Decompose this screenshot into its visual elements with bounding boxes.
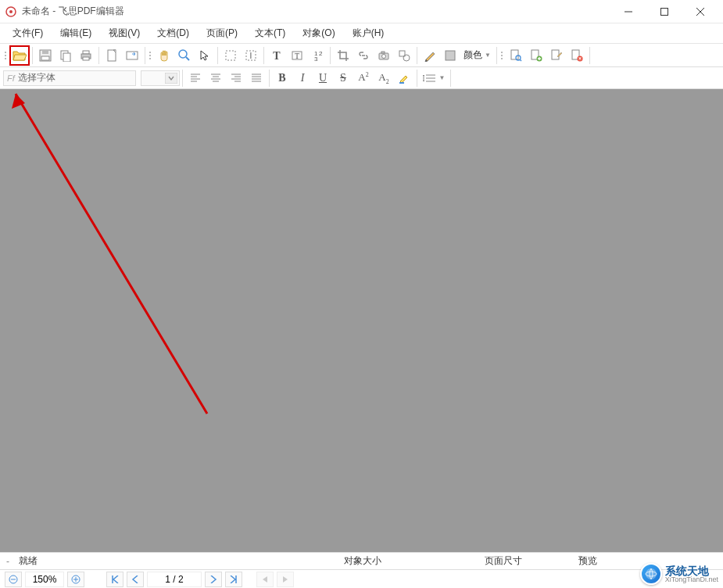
underline-button[interactable]: U — [313, 68, 333, 88]
watermark-globe-icon — [640, 563, 662, 585]
svg-text:3: 3 — [314, 56, 318, 62]
svg-rect-3 — [661, 8, 668, 15]
toolbar-grip[interactable] — [3, 47, 9, 64]
svg-rect-58 — [399, 82, 404, 84]
link-button[interactable] — [353, 45, 374, 66]
print-button[interactable] — [76, 45, 96, 66]
app-icon — [5, 5, 17, 18]
font-placeholder: 选择字体 — [18, 71, 55, 84]
menu-object[interactable]: 对象(O) — [295, 24, 342, 42]
highlight-button[interactable] — [394, 68, 414, 88]
menu-file[interactable]: 文件(F) — [5, 24, 51, 42]
titlebar: 未命名 - 飞思PDF编辑器 — [0, 0, 723, 23]
pen-button[interactable] — [420, 45, 440, 66]
font-indicator-icon: Ff — [7, 74, 15, 83]
nav-back-button[interactable] — [256, 572, 274, 587]
svg-point-28 — [382, 54, 386, 58]
zoom-in-button[interactable] — [67, 572, 84, 587]
status-page-size: 页面尺寸 — [485, 554, 522, 568]
pointer-tool-button[interactable] — [195, 45, 215, 66]
svg-point-16 — [179, 50, 187, 58]
toolbar-grip[interactable] — [148, 47, 154, 64]
align-left-button[interactable] — [185, 68, 206, 88]
edit-text-button[interactable]: I — [241, 45, 261, 66]
svg-rect-15 — [127, 52, 138, 59]
page-landscape-button[interactable] — [122, 45, 142, 66]
maximize-button[interactable] — [646, 0, 682, 23]
text-spacing-button[interactable]: 123 — [307, 45, 327, 66]
line-spacing-button[interactable]: ▼ — [420, 68, 448, 88]
svg-marker-63 — [12, 94, 25, 109]
color-dropdown[interactable]: 颜色 ▼ — [460, 48, 494, 62]
zoom-display[interactable]: 150% — [25, 572, 64, 587]
page-edit-button[interactable] — [546, 45, 567, 66]
strikethrough-button[interactable]: S — [333, 68, 353, 88]
shape-button[interactable] — [394, 45, 414, 66]
crop-button[interactable] — [333, 45, 353, 66]
next-page-button[interactable] — [205, 572, 222, 587]
open-button[interactable] — [9, 45, 30, 66]
align-right-button[interactable] — [226, 68, 246, 88]
last-page-button[interactable] — [225, 572, 242, 587]
page-portrait-button[interactable] — [102, 45, 122, 66]
color-label-text: 颜色 — [464, 48, 482, 62]
fill-color-button[interactable] — [440, 45, 460, 66]
svg-line-35 — [520, 59, 521, 61]
svg-line-17 — [186, 57, 189, 60]
format-toolbar: Ff 选择字体 B I U S A2 A2 ▼ — [0, 67, 723, 89]
copy-button[interactable] — [55, 45, 76, 66]
status-object-size: 对象大小 — [344, 554, 381, 568]
close-button[interactable] — [682, 0, 718, 23]
nav-forward-button[interactable] — [277, 572, 294, 587]
hand-tool-button[interactable] — [154, 45, 174, 66]
svg-text:T: T — [295, 52, 299, 60]
statusbar: - 就绪 对象大小 页面尺寸 预览 — [0, 552, 723, 569]
menu-text[interactable]: 文本(T) — [247, 24, 293, 42]
svg-rect-41 — [165, 73, 177, 84]
superscript-button[interactable]: A2 — [353, 68, 374, 88]
italic-button[interactable]: I — [292, 68, 313, 88]
svg-point-69 — [646, 568, 657, 579]
menu-document[interactable]: 文档(D) — [149, 24, 197, 42]
toolbar-grip[interactable] — [499, 47, 506, 64]
select-tool-button[interactable] — [220, 45, 241, 66]
statusbar-collapse-icon[interactable]: - — [6, 556, 11, 567]
status-ready: 就绪 — [19, 554, 53, 568]
first-page-button[interactable] — [106, 572, 123, 587]
svg-rect-13 — [83, 57, 89, 60]
svg-rect-8 — [41, 56, 49, 60]
menu-edit[interactable]: 编辑(E) — [52, 24, 99, 42]
minimize-button[interactable] — [610, 0, 646, 23]
svg-rect-7 — [42, 50, 48, 54]
svg-text:I: I — [250, 52, 252, 60]
zoom-out-button[interactable] — [5, 572, 22, 587]
text-box-button[interactable]: T — [287, 45, 307, 66]
menu-page[interactable]: 页面(P) — [199, 24, 245, 42]
chevron-down-icon: ▼ — [439, 74, 446, 81]
font-size-select[interactable] — [141, 70, 180, 86]
page-search-button[interactable] — [506, 45, 526, 66]
menu-account[interactable]: 账户(H) — [345, 24, 392, 42]
watermark-title: 系统天地 — [665, 565, 718, 576]
watermark-url: XiTongTianDi.net — [665, 576, 718, 583]
page-display[interactable]: 1 / 2 — [147, 572, 202, 587]
align-justify-button[interactable] — [246, 68, 267, 88]
camera-button[interactable] — [374, 45, 394, 66]
subscript-button[interactable]: A2 — [374, 68, 394, 88]
menu-view[interactable]: 视图(V) — [101, 24, 148, 42]
svg-rect-29 — [381, 52, 385, 53]
save-button[interactable] — [35, 45, 55, 66]
font-select[interactable]: Ff 选择字体 — [3, 70, 136, 86]
page-delete-button[interactable] — [567, 45, 587, 66]
page-add-button[interactable] — [526, 45, 546, 66]
workspace-canvas[interactable] — [0, 89, 723, 552]
prev-page-button[interactable] — [127, 572, 144, 587]
zoom-tool-button[interactable] — [174, 45, 195, 66]
text-button[interactable]: T — [267, 45, 287, 66]
main-toolbar: I T T 123 颜色 ▼ — [0, 44, 723, 67]
bold-button[interactable]: B — [272, 68, 292, 88]
status-preview: 预览 — [578, 554, 597, 568]
window-controls — [610, 0, 718, 23]
align-center-button[interactable] — [206, 68, 226, 88]
svg-rect-10 — [63, 53, 70, 62]
